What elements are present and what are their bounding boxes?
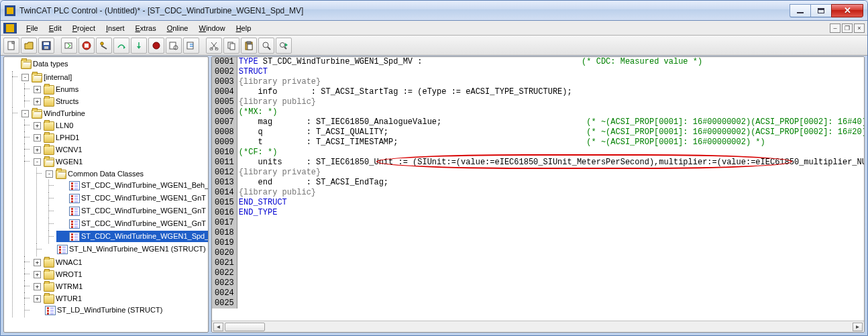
- tb-stepover-button[interactable]: [113, 38, 129, 54]
- tb-save-button[interactable]: [38, 38, 54, 54]
- tree-cdc-item[interactable]: ST_CDC_WindTurbine_WGEN1_GnT: [56, 218, 207, 229]
- menu-file[interactable]: FFileile: [21, 23, 44, 34]
- tree-windturbine-label: WindTurbine: [44, 108, 85, 119]
- svg-rect-23: [248, 44, 252, 50]
- code-line[interactable]: (*CF: *): [237, 148, 864, 158]
- tree-wgen1-struct[interactable]: ST_LN_WindTurbine_WGEN1 (STRUCT): [44, 243, 207, 255]
- code-line[interactable]: {library public}: [237, 188, 864, 198]
- maximize-button[interactable]: [810, 4, 832, 17]
- code-line[interactable]: [237, 218, 864, 228]
- tree-windturbine[interactable]: - WindTurbine: [20, 108, 87, 119]
- svg-rect-14: [170, 42, 176, 49]
- tb-stepin-button[interactable]: [131, 38, 147, 54]
- tree-root[interactable]: Data types: [8, 58, 70, 70]
- code-horizontal-scrollbar[interactable]: ◄ ►: [212, 321, 864, 332]
- tree-cdc-item-label: ST_CDC_WindTurbine_WGEN1_Beh_: [81, 180, 209, 191]
- tree-lphd1[interactable]: +LPHD1: [32, 132, 80, 144]
- svg-point-18: [215, 48, 218, 50]
- code-line[interactable]: END_TYPE: [237, 208, 864, 218]
- tree-wcnv1[interactable]: +WCNV1: [32, 144, 84, 156]
- code-line[interactable]: (*MX: *): [237, 107, 864, 117]
- svg-rect-20: [230, 44, 235, 50]
- code-line[interactable]: END_STRUCT: [237, 198, 864, 208]
- scroll-thumb[interactable]: [225, 323, 265, 331]
- tb-open-button[interactable]: [21, 38, 37, 54]
- tree-wnac1[interactable]: +WNAC1: [32, 257, 84, 268]
- tree-wgen1[interactable]: -WGEN1: [32, 156, 84, 168]
- code-line[interactable]: end : ST_ACSI_EndTag;: [237, 178, 864, 188]
- tree-wrot1[interactable]: +WROT1: [32, 269, 84, 280]
- tree-common-data-classes[interactable]: -Common Data Classes: [44, 168, 145, 180]
- svg-rect-16: [187, 42, 193, 49]
- tb-login-button[interactable]: [61, 38, 77, 54]
- code-line[interactable]: {library private}: [237, 168, 864, 178]
- line-number: 0008: [212, 127, 237, 137]
- svg-rect-22: [247, 42, 251, 44]
- tree-internal-label: [internal]: [44, 72, 72, 83]
- tb-paste-button[interactable]: [241, 38, 257, 54]
- code-line[interactable]: [237, 228, 864, 238]
- titlebar[interactable]: TwinCAT PLC Control - (Untitled)* - [ST_…: [1, 1, 867, 21]
- tb-globalreplace-button[interactable]: [183, 38, 199, 54]
- menubar: FFileile EditEdit ProjectProject InsertI…: [1, 21, 867, 36]
- tb-stop-button[interactable]: [78, 38, 95, 54]
- code-line[interactable]: STRUCT: [237, 67, 864, 77]
- menu-extras[interactable]: ExtrasExtras: [130, 23, 162, 34]
- minimize-button[interactable]: [790, 4, 811, 17]
- tree-wtur1[interactable]: +WTUR1: [32, 293, 83, 304]
- code-line[interactable]: [237, 258, 864, 268]
- tree-cdc-item[interactable]: ST_CDC_WindTurbine_WGEN1_Beh_: [56, 180, 209, 191]
- code-line[interactable]: t : T_ACSI_TIMESTAMP; (* ~(ACSI_PROP[000…: [237, 137, 864, 148]
- code-line[interactable]: [237, 288, 864, 298]
- tree-cdc-item[interactable]: ST_CDC_WindTurbine_WGEN1_GnT: [56, 205, 207, 217]
- mdi-close-button[interactable]: ×: [854, 23, 865, 33]
- tree-wtrm1[interactable]: +WTRM1: [32, 281, 84, 292]
- tb-run-button[interactable]: [96, 38, 112, 54]
- scroll-left-button[interactable]: ◄: [213, 323, 223, 331]
- tree-ld-struct[interactable]: ST_LD_WindTurbine (STRUCT): [32, 304, 164, 316]
- code-editor[interactable]: 0001TYPE ST_CDC_WindTurbine_WGEN1_Spd_MV…: [212, 57, 864, 321]
- code-line[interactable]: [237, 268, 864, 278]
- tree-cdc-item[interactable]: ST_CDC_WindTurbine_WGEN1_Spd_: [56, 231, 209, 242]
- tb-copy-button[interactable]: [223, 38, 239, 54]
- tree-internal-enums[interactable]: + Enums: [32, 84, 80, 95]
- code-line[interactable]: mag : ST_IEC61850_AnalogueValue; (* ~(AC…: [237, 117, 864, 127]
- tree-lln0[interactable]: +LLN0: [32, 120, 74, 131]
- tb-globalsearch-button[interactable]: [166, 38, 182, 54]
- tb-breakpoint-button[interactable]: [148, 38, 164, 54]
- line-number: 0015: [212, 198, 237, 208]
- line-number: 0014: [212, 188, 237, 198]
- code-line[interactable]: [237, 278, 864, 288]
- tree-internal-structs[interactable]: + Structs: [32, 96, 80, 107]
- menu-help[interactable]: HelpHelp: [231, 23, 257, 34]
- menu-project[interactable]: ProjectProject: [67, 23, 101, 34]
- menu-insert[interactable]: InsertInsert: [101, 23, 130, 34]
- svg-marker-2: [25, 42, 33, 49]
- code-line[interactable]: units : ST_IEC61850_Unit := (SIUnit:=(va…: [237, 158, 864, 168]
- code-line[interactable]: info : ST_ACSI_StartTag := (eType := eAC…: [237, 87, 864, 97]
- tree-cdc-item[interactable]: ST_CDC_WindTurbine_WGEN1_GnT: [56, 192, 207, 204]
- tb-new-button[interactable]: [3, 38, 19, 54]
- tb-findnext-button[interactable]: [276, 38, 292, 54]
- tb-cut-button[interactable]: [206, 38, 222, 54]
- mdi-restore-button[interactable]: ❐: [842, 23, 853, 33]
- struct-icon: [69, 207, 80, 216]
- scroll-right-button[interactable]: ►: [853, 323, 863, 331]
- code-line[interactable]: {library public}: [237, 97, 864, 107]
- menu-edit[interactable]: EditEdit: [44, 23, 67, 34]
- code-line[interactable]: q : T_ACSI_QUALITY; (* ~(ACSI_PROP[0001]…: [237, 127, 864, 137]
- code-line[interactable]: TYPE ST_CDC_WindTurbine_WGEN1_Spd_MV : (…: [237, 57, 864, 67]
- tree-panel[interactable]: Data types - [internal] +: [3, 56, 209, 333]
- code-line[interactable]: [237, 248, 864, 258]
- code-line[interactable]: [237, 298, 864, 309]
- menu-online[interactable]: OnlineOnline: [162, 23, 194, 34]
- mdi-minimize-button[interactable]: –: [830, 23, 840, 33]
- menu-window[interactable]: WindowWindow: [194, 23, 231, 34]
- svg-rect-3: [42, 42, 50, 50]
- tb-find-button[interactable]: [258, 38, 274, 54]
- svg-point-17: [210, 48, 213, 50]
- close-button[interactable]: ✕: [831, 4, 863, 17]
- code-line[interactable]: {library private}: [237, 77, 864, 87]
- code-line[interactable]: [237, 238, 864, 248]
- tree-internal[interactable]: - [internal]: [20, 72, 73, 83]
